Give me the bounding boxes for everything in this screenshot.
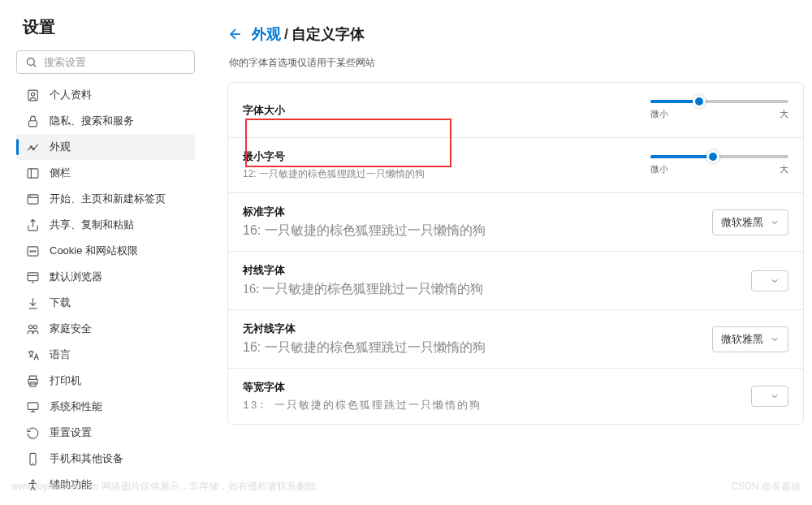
nav-label: 下载 [50, 296, 71, 310]
min-font-slider[interactable]: 微小大 [650, 155, 788, 175]
svg-rect-1 [28, 90, 37, 101]
breadcrumb-parent[interactable]: 外观 [252, 24, 281, 44]
reset-icon [26, 426, 40, 440]
svg-rect-9 [28, 246, 38, 255]
row-title: 字体大小 [243, 103, 634, 118]
dropdown-label: 微软雅黑 [721, 332, 763, 347]
standard-font-dropdown[interactable]: 微软雅黑 [712, 209, 788, 235]
row-standard-font: 标准字体 16: 一只敏捷的棕色狐狸跳过一只懒惰的狗 微软雅黑 [228, 193, 803, 252]
nav-profile[interactable]: 个人资料 [16, 82, 195, 108]
appearance-icon [26, 140, 40, 154]
chevron-down-icon [770, 335, 780, 344]
svg-point-10 [30, 250, 31, 251]
nav-label: 默认浏览器 [50, 270, 102, 284]
nav-list: 个人资料 隐私、搜索和服务 外观 侧栏 开始、主页和新建标签页 共享、复制和粘贴… [16, 82, 203, 505]
nav-label: 家庭安全 [50, 322, 92, 336]
chevron-down-icon [770, 391, 780, 401]
footer-watermark-right: CSDN @裴嘉靖 [731, 480, 801, 494]
nav-family[interactable]: 家庭安全 [16, 316, 195, 342]
cookie-icon [26, 244, 40, 258]
row-sample: 16: 一只敏捷的棕色狐狸跳过一只懒惰的狗 [243, 339, 696, 356]
nav-system[interactable]: 系统和性能 [16, 394, 195, 420]
settings-sidebar: 设置 个人资料 隐私、搜索和服务 外观 侧栏 开始、主页和新建标签页 共享、复制… [0, 0, 203, 505]
nav-label: 语言 [50, 347, 71, 362]
language-icon [26, 348, 40, 362]
row-serif-font: 衬线字体 16: 一只敏捷的棕色狐狸跳过一只懒惰的狗 [228, 252, 803, 310]
nav-sidebar[interactable]: 侧栏 [16, 160, 195, 186]
row-title: 等宽字体 [243, 380, 735, 395]
start-icon [26, 192, 40, 206]
slider-max-label: 大 [780, 108, 788, 120]
nav-label: 外观 [50, 140, 71, 154]
breadcrumb-current: 自定义字体 [292, 24, 365, 44]
nav-downloads[interactable]: 下载 [16, 290, 195, 316]
row-sample: 16: 一只敏捷的棕色狐狸跳过一只懒惰的狗 [243, 222, 696, 240]
row-sans-font: 无衬线字体 16: 一只敏捷的棕色狐狸跳过一只懒惰的狗 微软雅黑 [228, 310, 803, 369]
sans-font-dropdown[interactable]: 微软雅黑 [712, 326, 788, 352]
main-content: 外观 / 自定义字体 你的字体首选项仅适用于某些网站 字体大小 微小大 最小字号… [203, 0, 812, 505]
dropdown-label: 微软雅黑 [721, 215, 763, 230]
svg-point-15 [33, 325, 37, 328]
breadcrumb: 外观 / 自定义字体 [227, 24, 804, 44]
row-min-font: 最小字号 12: 一只敏捷的棕色狐狸跳过一只懒惰的狗 微小大 [228, 138, 803, 193]
font-size-slider[interactable]: 微小大 [650, 100, 788, 120]
slider-min-label: 微小 [650, 163, 668, 175]
nav-cookies[interactable]: Cookie 和网站权限 [16, 238, 195, 264]
font-settings-card: 字体大小 微小大 最小字号 12: 一只敏捷的棕色狐狸跳过一只懒惰的狗 微小大 [227, 82, 804, 425]
row-sample: 12: 一只敏捷的棕色狐狸跳过一只懒惰的狗 [243, 167, 634, 181]
svg-rect-13 [28, 272, 38, 280]
row-title: 标准字体 [243, 205, 696, 219]
chevron-down-icon [770, 276, 780, 286]
system-icon [26, 400, 40, 414]
svg-point-12 [35, 250, 36, 251]
printer-icon [26, 374, 40, 388]
row-sample: 16: 一只敏捷的棕色狐狸跳过一只懒惰的狗 [243, 281, 735, 298]
nav-appearance[interactable]: 外观 [16, 134, 195, 160]
nav-reset[interactable]: 重置设置 [16, 420, 195, 446]
breadcrumb-sep: / [284, 26, 288, 43]
nav-label: 打印机 [50, 373, 81, 388]
back-arrow-icon[interactable] [227, 26, 244, 42]
nav-label: 系统和性能 [50, 399, 102, 414]
svg-rect-7 [28, 194, 38, 203]
search-icon [25, 56, 37, 68]
search-box[interactable] [16, 50, 195, 74]
row-title: 最小字号 [243, 149, 634, 164]
nav-label: 侧栏 [50, 166, 71, 180]
nav-label: Cookie 和网站权限 [50, 244, 138, 258]
slider-min-label: 微小 [650, 108, 668, 120]
svg-point-14 [29, 325, 32, 328]
row-mono-font: 等宽字体 13: 一只敏捷的棕色狐狸跳过一只懒惰的狗 [228, 369, 803, 424]
nav-printers[interactable]: 打印机 [16, 368, 195, 394]
family-icon [26, 322, 40, 336]
footer-watermark-left: www.toymoban.com 网络图片仅供展示，非存储，如有侵权请联系删除。 [11, 480, 326, 494]
phone-icon [26, 452, 40, 466]
nav-language[interactable]: 语言 [16, 342, 195, 368]
nav-label: 共享、复制和粘贴 [50, 218, 134, 232]
download-icon [26, 296, 40, 310]
svg-point-11 [32, 250, 33, 251]
nav-label: 重置设置 [50, 425, 92, 440]
nav-about[interactable]: 关于 Microsoft Edge [16, 498, 195, 505]
svg-point-8 [30, 196, 31, 196]
search-input[interactable] [44, 56, 186, 68]
nav-label: 个人资料 [50, 88, 92, 102]
nav-label: 隐私、搜索和服务 [50, 114, 134, 128]
serif-font-dropdown[interactable] [751, 270, 788, 291]
nav-default-browser[interactable]: 默认浏览器 [16, 264, 195, 290]
nav-phone[interactable]: 手机和其他设备 [16, 446, 195, 472]
mono-font-dropdown[interactable] [751, 386, 788, 407]
nav-privacy[interactable]: 隐私、搜索和服务 [16, 108, 195, 134]
nav-share[interactable]: 共享、复制和粘贴 [16, 212, 195, 238]
row-title: 衬线字体 [243, 263, 735, 278]
svg-point-2 [31, 92, 34, 95]
share-icon [26, 218, 40, 232]
svg-rect-6 [28, 168, 38, 177]
chevron-down-icon [770, 218, 780, 227]
nav-start[interactable]: 开始、主页和新建标签页 [16, 186, 195, 212]
row-sample: 13: 一只敏捷的棕色狐狸跳过一只懒惰的狗 [243, 398, 735, 412]
svg-rect-3 [29, 120, 37, 126]
lock-icon [26, 114, 40, 128]
row-title: 无衬线字体 [243, 322, 696, 336]
subtitle: 你的字体首选项仅适用于某些网站 [229, 56, 804, 70]
